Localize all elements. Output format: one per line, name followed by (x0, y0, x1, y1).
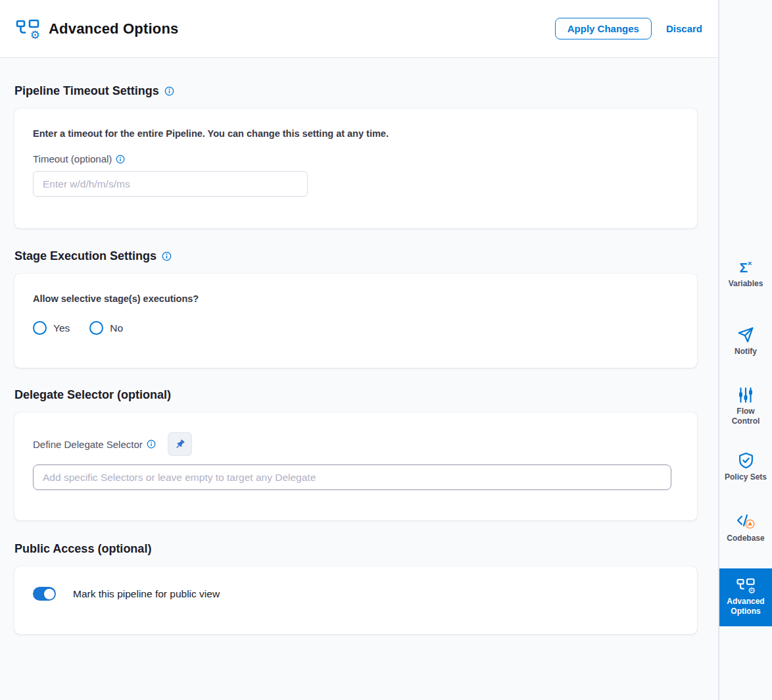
public-view-toggle[interactable] (33, 587, 56, 601)
send-icon (737, 326, 754, 343)
sidebar-item-advanced-options[interactable]: ⚙ Advanced Options (719, 568, 772, 626)
info-icon[interactable] (116, 155, 125, 164)
sidebar-item-label: Variables (722, 279, 769, 289)
pin-button[interactable] (168, 432, 192, 456)
shield-check-icon (738, 452, 754, 469)
delegate-label-row: Define Delegate Selector (33, 432, 679, 456)
timeout-card: Enter a timeout for the entire Pipeline.… (14, 109, 697, 228)
timeout-section-heading: Pipeline Timeout Settings (14, 84, 697, 98)
info-icon[interactable] (164, 86, 174, 96)
main-panel: ⚙ Advanced Options Apply Changes Discard… (0, 0, 718, 700)
sigma-x-icon: Σ× (739, 257, 752, 276)
pipeline-gear-icon: ⚙ (16, 18, 39, 39)
info-icon[interactable] (162, 251, 172, 261)
public-access-heading-text: Public Access (optional) (14, 542, 151, 556)
stage-radio-group: Yes No (33, 321, 679, 335)
page-title: Advanced Options (49, 20, 179, 38)
stage-heading-text: Stage Execution Settings (14, 249, 157, 263)
radio-option-yes[interactable]: Yes (33, 321, 70, 335)
sidebar-item-codebase[interactable]: Codebase (719, 513, 772, 543)
radio-option-no[interactable]: No (89, 321, 123, 335)
sidebar-item-policy-sets[interactable]: Policy Sets (719, 452, 772, 482)
info-icon[interactable] (147, 439, 156, 449)
timeout-heading-text: Pipeline Timeout Settings (14, 84, 159, 98)
radio-circle-icon[interactable] (89, 321, 103, 335)
sidebar-item-label: Flow Control (722, 407, 769, 426)
public-access-section-heading: Public Access (optional) (14, 542, 697, 556)
apply-changes-button[interactable]: Apply Changes (555, 18, 652, 39)
stage-section-heading: Stage Execution Settings (14, 249, 697, 263)
sidebar-item-flow-control[interactable]: Flow Control (719, 387, 772, 426)
delegate-heading-text: Delegate Selector (optional) (14, 388, 171, 402)
delegate-section-heading: Delegate Selector (optional) (14, 388, 697, 402)
sidebar-item-variables[interactable]: Σ× Variables (719, 257, 772, 289)
gear-glyph: ⚙ (748, 586, 756, 595)
timeout-input[interactable] (33, 171, 308, 197)
toggle-knob (44, 589, 55, 599)
sidebar-item-notify[interactable]: Notify (719, 326, 772, 357)
right-sidebar: Σ× Variables Notify Flow Control (718, 0, 772, 700)
public-access-toggle-row: Mark this pipeline for public view (33, 587, 679, 601)
public-access-card: Mark this pipeline for public view (14, 566, 697, 634)
delegate-card: Define Delegate Selector (14, 413, 697, 520)
discard-button[interactable]: Discard (666, 23, 702, 34)
delegate-field-label: Define Delegate Selector (33, 439, 156, 450)
content-area: Pipeline Timeout Settings Enter a timeou… (0, 58, 718, 700)
timeout-description: Enter a timeout for the entire Pipeline.… (33, 128, 679, 139)
public-view-toggle-label: Mark this pipeline for public view (73, 588, 220, 600)
code-warning-icon (736, 513, 756, 530)
page-header: ⚙ Advanced Options Apply Changes Discard (0, 0, 718, 58)
pushpin-icon (174, 438, 186, 451)
header-left: ⚙ Advanced Options (16, 18, 555, 39)
timeout-field-label: Timeout (optional) (33, 153, 679, 164)
sidebar-item-label: Advanced Options (722, 597, 769, 616)
sliders-icon (738, 387, 754, 403)
stage-card: Allow selective stage(s) executions? Yes… (14, 274, 697, 368)
gear-glyph: ⚙ (30, 28, 40, 42)
radio-circle-icon[interactable] (33, 321, 47, 335)
stage-question: Allow selective stage(s) executions? (33, 293, 679, 304)
sidebar-item-label: Notify (722, 347, 769, 357)
radio-label-no: No (110, 322, 123, 334)
radio-label-yes: Yes (53, 322, 70, 334)
sidebar-item-label: Policy Sets (722, 472, 769, 482)
header-actions: Apply Changes Discard (555, 18, 702, 39)
delegate-field-label-text: Define Delegate Selector (33, 439, 143, 450)
timeout-field-label-text: Timeout (optional) (33, 153, 112, 164)
sidebar-item-label: Codebase (722, 534, 769, 543)
pipeline-gear-icon: ⚙ (736, 578, 755, 593)
delegate-selector-input[interactable] (33, 464, 671, 490)
